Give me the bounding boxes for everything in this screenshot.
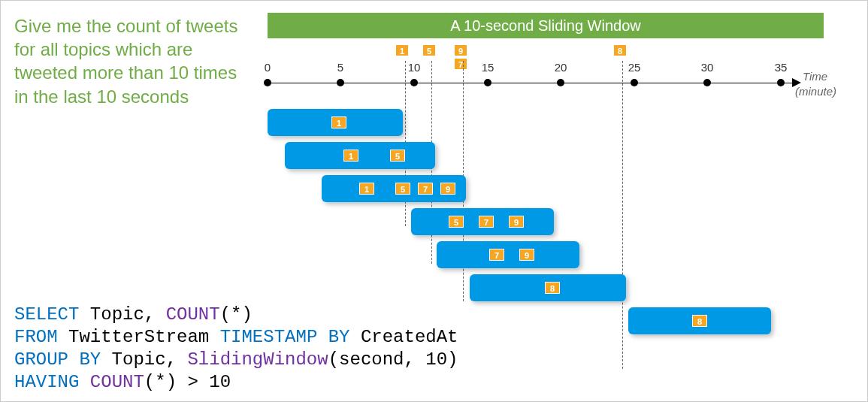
sql-token: FROM: [14, 327, 58, 347]
sliding-window: 579: [411, 208, 554, 235]
window-chip: 7: [489, 249, 504, 261]
sql-token: (second, 10): [328, 349, 458, 370]
window-chip: 7: [479, 216, 494, 228]
sql-token: TIMESTAMP BY: [220, 327, 350, 347]
timeline-event: 8: [613, 44, 627, 56]
window-chip: 5: [395, 183, 410, 195]
window-chip: 9: [509, 216, 524, 228]
tick-label: 10: [408, 61, 421, 74]
tick-dot: [264, 79, 271, 86]
sliding-window: 15: [285, 142, 435, 169]
sql-token: [79, 372, 89, 392]
sliding-window: 8: [470, 274, 626, 301]
sql-token: GROUP BY: [14, 349, 101, 370]
window-chip: 7: [418, 183, 433, 195]
dashed-line: [622, 61, 623, 369]
timeline-event: 7: [454, 58, 467, 70]
tick-label: 5: [337, 61, 343, 74]
window-chip: 8: [545, 282, 560, 294]
axis-label: Time: [803, 70, 827, 83]
tick-dot: [557, 79, 564, 86]
window-chip: 9: [519, 249, 534, 261]
sql-token: Topic,: [101, 349, 187, 370]
tick-label: 25: [628, 61, 641, 74]
tick-label: 30: [701, 61, 714, 74]
sql-token: SlidingWindow: [187, 349, 328, 370]
tick-label: 20: [555, 61, 567, 74]
timeline-event: 9: [454, 44, 467, 56]
sliding-window: 79: [437, 241, 579, 268]
tick-label: 0: [265, 61, 271, 74]
tick-dot: [337, 79, 344, 86]
tick-dot: [410, 79, 418, 86]
tick-label: 15: [482, 61, 494, 74]
axis-line: [268, 83, 794, 83]
sql-code: SELECT Topic, COUNT(*) FROM TwitterStrea…: [14, 304, 458, 394]
window-chip: 1: [331, 116, 346, 128]
axis-sublabel: (minute): [795, 85, 836, 98]
tick-dot: [484, 79, 491, 86]
description-text: Give me the count of tweets for all topi…: [14, 14, 240, 108]
tick-dot: [777, 79, 785, 86]
sql-token: SELECT: [14, 304, 79, 325]
sql-token: Topic,: [79, 304, 165, 325]
header-bar: A 10-second Sliding Window: [268, 13, 824, 38]
timeline-event: 5: [422, 44, 436, 56]
tick-dot: [703, 79, 711, 86]
sql-token: COUNT: [90, 372, 144, 392]
window-chip: 5: [449, 216, 464, 228]
sql-token: (*) > 10: [144, 372, 231, 392]
timeline: 05101520253035 Time (minute): [268, 61, 824, 98]
window-chip: 9: [440, 183, 455, 195]
sql-token: COUNT: [166, 304, 220, 325]
sql-token: HAVING: [14, 372, 79, 392]
window-chip: 5: [390, 150, 405, 162]
tick-dot: [631, 79, 638, 86]
sql-token: CreatedAt: [349, 327, 458, 347]
sliding-window: 1: [268, 109, 403, 136]
tick-label: 35: [775, 61, 788, 74]
window-chip: 8: [692, 315, 707, 327]
sql-token: (*): [220, 304, 253, 325]
sliding-window: 8: [628, 307, 771, 334]
window-chip: 1: [343, 150, 358, 162]
window-chip: 1: [359, 183, 374, 195]
timeline-event: 1: [395, 44, 409, 56]
sql-token: TwitterStream: [58, 327, 220, 347]
sliding-window: 1579: [322, 175, 466, 202]
